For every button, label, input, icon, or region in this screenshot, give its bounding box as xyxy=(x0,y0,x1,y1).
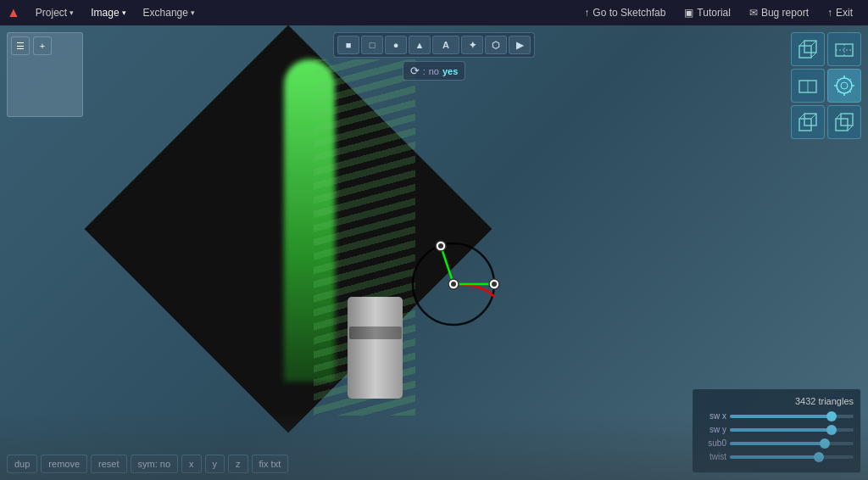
svg-point-20 xyxy=(841,82,848,89)
svg-point-8 xyxy=(492,282,497,287)
app-logo: ▲ xyxy=(7,5,20,20)
plus-icon: + xyxy=(40,41,45,51)
bug-report-button[interactable]: ✉ Bug report xyxy=(741,3,817,22)
book-icon: ▣ xyxy=(684,7,693,19)
upload-icon: ↑ xyxy=(584,7,589,19)
svg-line-12 xyxy=(811,41,816,46)
triangle-count: 3432 triangles xyxy=(699,396,854,406)
tool-hex[interactable]: ⬡ xyxy=(485,36,507,54)
svg-line-36 xyxy=(848,126,853,131)
sym-colon-label: : xyxy=(423,66,426,76)
tool-square[interactable]: ■ xyxy=(337,36,359,54)
svg-point-6 xyxy=(438,243,443,248)
exit-icon: ↑ xyxy=(827,7,832,19)
svg-line-26 xyxy=(849,79,851,81)
mail-icon: ✉ xyxy=(749,7,758,19)
chevron-down-icon: ▾ xyxy=(191,8,195,17)
svg-rect-34 xyxy=(841,114,853,126)
view-cube-top-right[interactable] xyxy=(827,32,861,66)
svg-line-35 xyxy=(836,114,841,119)
left-panel: ☰ + xyxy=(7,32,83,117)
tool-arrow[interactable]: ▶ xyxy=(509,36,531,54)
tool-circle[interactable]: ● xyxy=(385,36,407,54)
handle-detail xyxy=(349,327,402,339)
svg-line-1 xyxy=(441,246,453,284)
svg-line-13 xyxy=(811,53,816,58)
tool-text[interactable]: A xyxy=(432,36,459,54)
sym-refresh-icon: ⟳ xyxy=(410,64,420,77)
tutorial-button[interactable]: ▣ Tutorial xyxy=(676,3,739,22)
toolbar: ■ □ ● ▲ A ✦ ⬡ ▶ ⟳ : no yes xyxy=(333,32,535,81)
view-cube-bot-left[interactable] xyxy=(791,105,825,139)
object-area[interactable] xyxy=(85,51,610,424)
menu-exchange[interactable]: Exchange ▾ xyxy=(135,3,203,22)
svg-line-27 xyxy=(837,91,839,92)
svg-line-28 xyxy=(849,91,851,92)
view-cube xyxy=(791,32,861,139)
view-cube-top-left[interactable] xyxy=(791,32,825,66)
svg-rect-9 xyxy=(799,46,811,58)
view-cube-mid-center[interactable] xyxy=(827,69,861,103)
rotation-gizmo[interactable] xyxy=(398,229,509,339)
svg-line-25 xyxy=(837,79,839,81)
viewport[interactable]: ☰ + xyxy=(0,25,868,480)
tool-star[interactable]: ✦ xyxy=(461,36,483,54)
chevron-down-icon: ▾ xyxy=(70,8,74,17)
layers-button[interactable]: ☰ xyxy=(11,36,30,55)
sketchfab-button[interactable]: ↑ Go to Sketchfab xyxy=(576,3,674,22)
svg-rect-29 xyxy=(799,119,811,131)
sym-yes-label[interactable]: yes xyxy=(442,66,458,76)
add-layer-button[interactable]: + xyxy=(33,36,52,55)
svg-point-4 xyxy=(451,282,456,287)
exit-button[interactable]: ↑ Exit xyxy=(819,3,861,22)
topbar: ▲ Project ▾ Image ▾ Exchange ▾ ↑ Go to S… xyxy=(0,0,868,25)
tool-rect[interactable]: □ xyxy=(361,36,383,54)
view-cube-bot-right[interactable] xyxy=(827,105,861,139)
sym-no-label[interactable]: no xyxy=(429,66,439,76)
menu-project[interactable]: Project ▾ xyxy=(27,3,82,22)
svg-line-32 xyxy=(811,114,816,119)
lightsaber-scene xyxy=(102,59,593,416)
lightsaber-handle xyxy=(348,297,403,399)
gizmo-svg xyxy=(398,229,509,339)
tool-triangle[interactable]: ▲ xyxy=(409,36,431,54)
chevron-down-icon: ▾ xyxy=(122,8,126,17)
left-panel-toolbar: ☰ + xyxy=(8,33,82,59)
menu-image[interactable]: Image ▾ xyxy=(82,3,134,22)
floor-surface xyxy=(0,412,868,480)
svg-line-31 xyxy=(799,114,804,119)
toolbar-sym-row: ⟳ : no yes xyxy=(403,61,466,81)
svg-rect-33 xyxy=(836,119,848,131)
layers-icon: ☰ xyxy=(16,41,25,52)
view-cube-mid-left[interactable] xyxy=(791,69,825,103)
nav-right-actions: ↑ Go to Sketchfab ▣ Tutorial ✉ Bug repor… xyxy=(576,3,861,22)
toolbar-row1: ■ □ ● ▲ A ✦ ⬡ ▶ xyxy=(333,32,535,58)
svg-line-11 xyxy=(799,41,804,46)
